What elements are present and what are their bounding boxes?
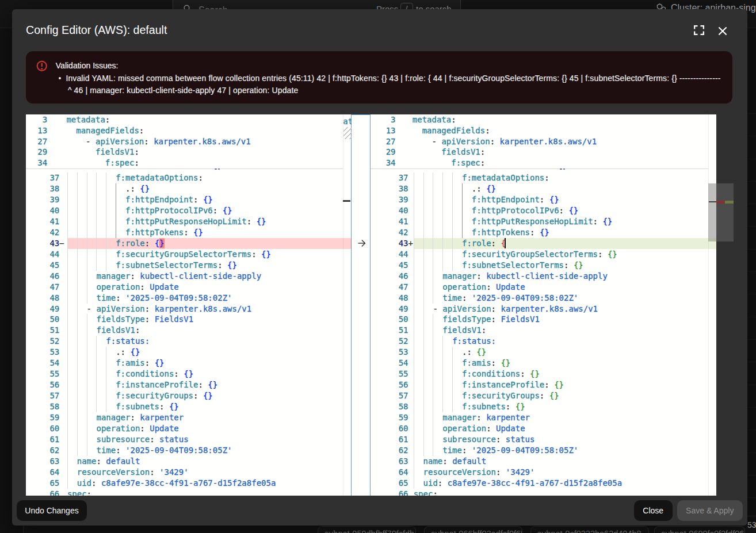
line-number[interactable]: 48 — [371, 293, 408, 304]
code-line[interactable]: f:conditions: {} — [414, 369, 540, 379]
code-line[interactable]: time: '2025-09-04T09:58:02Z' — [67, 293, 232, 304]
line-number[interactable]: 40 — [371, 205, 408, 216]
code-line[interactable]: f:metadataOptions: — [414, 172, 549, 183]
line-number[interactable]: 37 — [26, 172, 59, 183]
code-line[interactable]: f:conditions: {} — [67, 369, 193, 379]
line-number[interactable]: 52 — [371, 336, 408, 347]
line-number[interactable]: 41 — [26, 216, 59, 227]
line-number[interactable]: 42 — [371, 227, 408, 238]
code-line[interactable]: .: {} — [67, 347, 140, 358]
line-number[interactable]: 66 — [371, 489, 408, 496]
line-number[interactable]: 38 — [371, 183, 408, 194]
code-line[interactable]: fieldsV1: — [414, 325, 486, 336]
line-number[interactable]: 45 — [371, 260, 408, 271]
code-line[interactable]: name: default — [414, 456, 486, 467]
line-number[interactable]: 65 — [26, 478, 59, 489]
code-line[interactable]: .: {} — [414, 347, 486, 358]
sticky-code-line[interactable]: metadata: — [413, 114, 456, 125]
line-number[interactable]: 59 — [26, 412, 59, 423]
code-line[interactable]: f:subnetSelectorTerms: {} — [414, 260, 583, 271]
line-number[interactable]: 54 — [371, 358, 408, 369]
code-line[interactable]: spec: — [67, 489, 91, 496]
close-button[interactable]: Close — [634, 500, 673, 521]
line-number[interactable]: 63 — [26, 456, 59, 467]
line-number[interactable]: 40 — [26, 205, 59, 216]
line-number[interactable]: 58 — [26, 401, 59, 412]
code-line[interactable]: - apiVersion: karpenter.k8s.aws/v1 — [67, 304, 251, 315]
sticky-code-line[interactable]: managedFields: — [66, 125, 144, 136]
line-number[interactable]: 56 — [371, 379, 408, 390]
code-line[interactable]: .: {} — [67, 183, 150, 194]
code-line[interactable]: name: default — [67, 456, 140, 467]
line-number[interactable]: 61 — [371, 434, 408, 445]
line-number[interactable]: 51 — [26, 325, 59, 336]
line-number[interactable]: 45 — [26, 260, 59, 271]
line-number[interactable]: 60 — [371, 423, 408, 434]
line-number[interactable]: 50 — [26, 314, 59, 325]
line-number[interactable]: 43 — [371, 238, 408, 249]
line-number[interactable]: 64 — [371, 467, 408, 478]
sticky-code-line[interactable]: - apiVersion: karpenter.k8s.aws/v1 — [66, 136, 250, 147]
line-number[interactable]: 66 — [26, 489, 59, 496]
line-number[interactable]: 62 — [371, 445, 408, 456]
code-line[interactable]: operation: Update — [67, 423, 179, 434]
code-line[interactable]: f:role: { — [414, 238, 506, 249]
code-line[interactable]: manager: karpenter — [67, 412, 184, 423]
line-number[interactable]: 55 — [26, 369, 59, 379]
code-line[interactable]: manager: karpenter — [414, 412, 530, 423]
line-number[interactable]: 44 — [371, 249, 408, 260]
code-line[interactable]: f:role: {} — [67, 238, 165, 249]
line-number[interactable]: 55 — [371, 369, 408, 379]
line-number[interactable]: 48 — [26, 293, 59, 304]
line-number[interactable]: 44 — [26, 249, 59, 260]
line-number[interactable]: 60 — [26, 423, 59, 434]
sticky-code-line[interactable]: fieldsV1: — [413, 147, 485, 158]
code-line[interactable]: .: {} — [414, 183, 496, 194]
code-line[interactable]: f:httpPutResponseHopLimit: {} — [414, 216, 613, 227]
code-line[interactable]: f:subnets: {} — [414, 401, 525, 412]
line-number[interactable]: 51 — [371, 325, 408, 336]
code-line[interactable]: operation: Update — [67, 282, 179, 293]
line-number[interactable]: 58 — [371, 401, 408, 412]
line-number[interactable]: 47 — [26, 282, 59, 293]
code-line[interactable]: f:securityGroups: {} — [67, 390, 213, 401]
code-line[interactable]: resourceVersion: '3429' — [67, 467, 189, 478]
code-line[interactable]: uid: c8afe97e-38cc-4f91-a767-d15f2a8fe05… — [67, 478, 276, 489]
code-line[interactable]: f:securityGroupSelectorTerms: {} — [414, 249, 617, 260]
code-line[interactable]: f:amis: {} — [67, 358, 165, 369]
code-line[interactable]: fieldsV1: — [67, 325, 140, 336]
line-number[interactable]: 49 — [26, 304, 59, 315]
line-number[interactable]: 47 — [371, 282, 408, 293]
code-line[interactable]: fieldsType: FieldsV1 — [67, 314, 193, 325]
code-line[interactable]: f:subnets: {} — [67, 401, 179, 412]
line-number[interactable]: 59 — [371, 412, 408, 423]
code-line[interactable]: time: '2025-09-04T09:58:05Z' — [414, 445, 579, 456]
sticky-code-line[interactable]: fieldsV1: — [66, 147, 139, 158]
code-line[interactable]: manager: kubectl-client-side-apply — [67, 271, 261, 282]
sticky-code-line[interactable]: f:spec: — [413, 158, 485, 168]
revert-arrow-icon[interactable] — [357, 239, 366, 248]
code-line[interactable]: manager: kubectl-client-side-apply — [414, 271, 608, 282]
sticky-code-line[interactable]: metadata: — [66, 114, 110, 125]
fullscreen-icon[interactable] — [694, 25, 704, 35]
sticky-code-line[interactable]: f:spec: — [66, 158, 139, 168]
line-number[interactable]: 57 — [26, 390, 59, 401]
line-number[interactable]: 39 — [26, 194, 59, 205]
code-line[interactable]: f:amis: {} — [414, 358, 511, 369]
code-line[interactable]: f:httpPutResponseHopLimit: {} — [67, 216, 266, 227]
close-icon[interactable] — [718, 26, 727, 36]
code-line[interactable]: f:httpTokens: {} — [67, 227, 203, 238]
code-line[interactable]: time: '2025-09-04T09:58:05Z' — [67, 445, 232, 456]
code-line[interactable]: f:httpTokens: {} — [414, 227, 549, 238]
code-line[interactable]: operation: Update — [414, 423, 525, 434]
line-number[interactable]: 43 — [26, 238, 59, 249]
code-line[interactable]: f:httpEndpoint: {} — [67, 194, 213, 205]
line-number[interactable]: 62 — [26, 445, 59, 456]
line-number[interactable]: 65 — [371, 478, 408, 489]
line-number[interactable]: 54 — [26, 358, 59, 369]
sticky-code-line[interactable]: managedFields: — [413, 125, 490, 136]
line-number[interactable]: 46 — [371, 271, 408, 282]
line-number[interactable]: 46 — [26, 271, 59, 282]
code-line[interactable]: f:instanceProfile: {} — [67, 379, 217, 390]
code-line[interactable]: f:instanceProfile: {} — [414, 379, 564, 390]
